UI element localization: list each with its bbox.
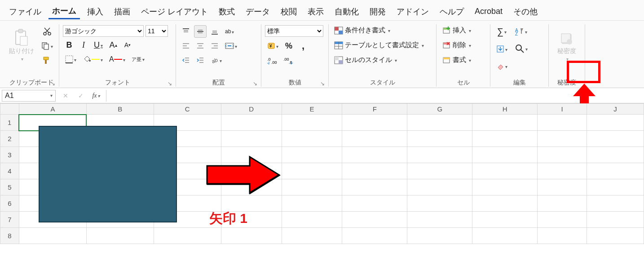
cell[interactable] (587, 228, 644, 244)
cell[interactable] (407, 212, 472, 228)
row-header[interactable]: 5 (0, 179, 19, 195)
cell[interactable] (342, 179, 407, 195)
cell[interactable] (538, 147, 587, 163)
tab-formulas[interactable]: 数式 (215, 4, 238, 19)
cell[interactable] (154, 115, 221, 131)
align-middle-button[interactable] (194, 25, 207, 38)
col-header[interactable]: C (154, 104, 221, 115)
cell[interactable] (282, 147, 342, 163)
cell[interactable] (407, 115, 472, 131)
cell[interactable] (472, 195, 538, 212)
number-dialog-launcher-icon[interactable]: ↘ (320, 80, 325, 87)
cell[interactable] (221, 195, 282, 212)
cell[interactable] (538, 212, 587, 228)
cell[interactable] (86, 115, 154, 131)
cell[interactable] (538, 195, 587, 212)
cell[interactable] (342, 195, 407, 212)
cell[interactable] (86, 228, 154, 244)
tab-acrobat[interactable]: Acrobat (471, 5, 506, 18)
row-header[interactable]: 2 (0, 131, 19, 147)
align-top-button[interactable] (180, 25, 192, 38)
font-size-select[interactable]: 11 (146, 25, 168, 37)
cell[interactable] (472, 131, 538, 147)
cell[interactable] (342, 228, 407, 244)
cell[interactable] (538, 115, 587, 131)
cell[interactable] (86, 195, 154, 212)
cell[interactable] (587, 163, 644, 179)
col-header[interactable]: H (472, 104, 538, 115)
format-as-table-button[interactable]: テーブルとして書式設定 (332, 40, 426, 50)
cell[interactable] (472, 115, 538, 131)
col-header[interactable]: G (407, 104, 472, 115)
cell[interactable] (538, 179, 587, 195)
cell[interactable] (282, 179, 342, 195)
cell[interactable] (342, 212, 407, 228)
tab-file[interactable]: ファイル (5, 4, 45, 19)
font-color-button[interactable]: A (107, 53, 128, 66)
align-center-button[interactable] (194, 40, 207, 52)
cell[interactable] (19, 179, 86, 195)
cell[interactable] (154, 131, 221, 147)
cell[interactable] (282, 195, 342, 212)
cell[interactable] (221, 147, 282, 163)
bold-button[interactable]: B (63, 39, 75, 51)
conditional-formatting-button[interactable]: 条件付き書式 (332, 25, 392, 36)
col-header[interactable]: E (282, 104, 342, 115)
cancel-formula-button[interactable]: ✕ (59, 89, 72, 102)
number-format-select[interactable]: 標準 (265, 25, 323, 37)
clear-button[interactable] (494, 60, 510, 72)
tab-automate[interactable]: 自動化 (331, 4, 362, 19)
cell[interactable] (587, 131, 644, 147)
delete-cells-button[interactable]: 削除 (440, 40, 473, 50)
cell[interactable] (472, 147, 538, 163)
cell[interactable] (282, 228, 342, 244)
cell[interactable] (19, 115, 86, 131)
tab-view[interactable]: 表示 (304, 4, 327, 19)
align-bottom-button[interactable] (208, 25, 221, 38)
cell[interactable] (538, 228, 587, 244)
col-header[interactable]: I (538, 104, 587, 115)
cell[interactable] (407, 195, 472, 212)
tab-help[interactable]: ヘルプ (436, 4, 468, 19)
cell[interactable] (282, 212, 342, 228)
italic-button[interactable]: I (77, 39, 90, 51)
cell[interactable] (472, 179, 538, 195)
select-all-corner[interactable] (0, 104, 19, 115)
col-header[interactable]: B (86, 104, 154, 115)
tab-review[interactable]: 校閲 (277, 4, 300, 19)
row-header[interactable]: 7 (0, 212, 19, 228)
grid[interactable]: A B C D E F G H I J 1 2 (0, 103, 644, 244)
cell[interactable] (587, 115, 644, 131)
cell[interactable] (587, 212, 644, 228)
cell[interactable] (282, 163, 342, 179)
tab-more[interactable]: その他 (510, 4, 541, 19)
cell[interactable] (587, 147, 644, 163)
decrease-decimal-button[interactable]: .00.0 (281, 55, 296, 67)
cut-button[interactable] (39, 25, 55, 38)
name-box[interactable]: A1 ▾ (2, 90, 56, 102)
cell[interactable] (221, 179, 282, 195)
cell[interactable] (154, 212, 221, 228)
format-painter-button[interactable] (39, 54, 55, 67)
cell[interactable] (154, 228, 221, 244)
alignment-dialog-launcher-icon[interactable]: ↘ (253, 80, 257, 87)
grow-font-button[interactable]: A▴ (107, 39, 119, 51)
cell[interactable] (407, 147, 472, 163)
cell[interactable] (86, 179, 154, 195)
cell[interactable] (19, 228, 86, 244)
autosum-button[interactable]: ∑ (494, 25, 510, 38)
fill-button[interactable] (494, 43, 510, 55)
cell[interactable] (407, 179, 472, 195)
cell[interactable] (19, 131, 86, 147)
wrap-text-button[interactable]: ab (223, 25, 236, 38)
cell[interactable] (342, 163, 407, 179)
col-header[interactable]: F (342, 104, 407, 115)
cell[interactable] (587, 179, 644, 195)
cell[interactable] (221, 163, 282, 179)
merge-center-button[interactable] (223, 40, 239, 52)
cell[interactable] (472, 163, 538, 179)
cell[interactable] (86, 131, 154, 147)
cell-styles-button[interactable]: セルのスタイル (332, 55, 399, 65)
sort-filter-button[interactable]: AZ (512, 25, 530, 38)
orientation-button[interactable]: ab (208, 54, 224, 67)
